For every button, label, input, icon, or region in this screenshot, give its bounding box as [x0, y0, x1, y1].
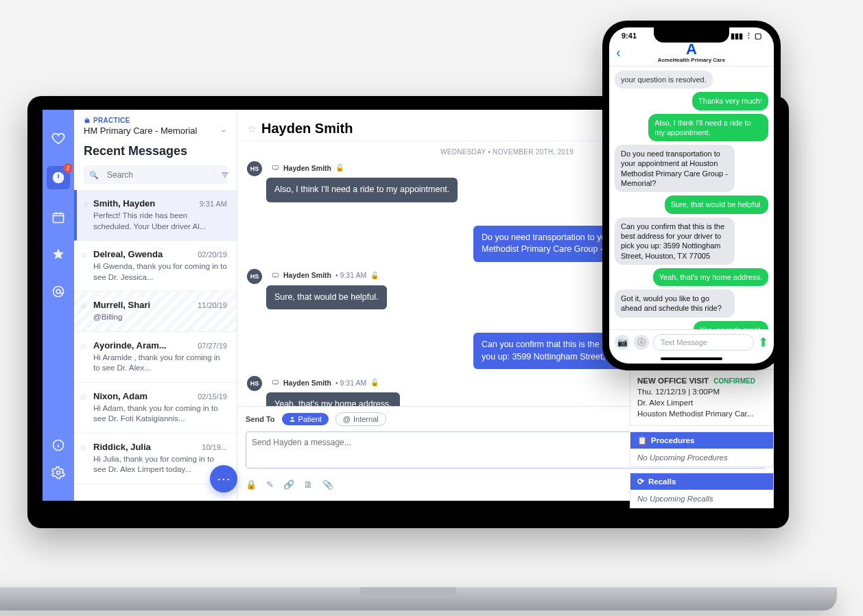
star-icon[interactable]: ☆	[80, 250, 87, 260]
message-meta: Hayden Smith 🔓	[272, 164, 344, 172]
phone-bubble: Sure, that would be helpful.	[665, 196, 768, 213]
appointment-card[interactable]: NEW OFFICE VISIT CONFIRMED Thu. 12/12/19…	[630, 369, 774, 425]
svg-rect-6	[272, 165, 278, 169]
message-meta: Hayden Smith • 9:31 AM 🔓	[272, 271, 379, 279]
phone-bubble: Got it, would you like to go ahead and s…	[615, 289, 735, 318]
message-list-item[interactable]: ☆Ayorinde, Aram...07/27/19Hi Aramide , t…	[74, 332, 237, 383]
message-list-item[interactable]: ☆Smith, Hayden9:31 AMPerfect! This ride …	[74, 190, 237, 241]
message-list-item[interactable]: ☆Delreal, Gwenda02/20/19Hi Gwenda, thank…	[74, 241, 237, 292]
search-input[interactable]	[103, 170, 214, 180]
doc-icon[interactable]: 🗎	[304, 479, 313, 490]
msg-name: Ayorinde, Aram...	[93, 340, 167, 351]
svg-point-12	[291, 417, 293, 419]
msg-time: 10/19...	[202, 443, 227, 451]
sender-avatar: HS	[247, 269, 262, 284]
messages-sidebar: PRACTICE HM Primary Care - Memorial Rece…	[74, 110, 237, 501]
star-icon[interactable]: ☆	[80, 443, 87, 453]
phone-compose: 📷 Ⓐ Text Message ⬆	[609, 329, 774, 355]
refresh-icon: ⟳	[637, 477, 644, 486]
phone-time: 9:41	[622, 32, 637, 40]
phone-status-icons: ▮▮▮ ⋮ ▢	[731, 32, 761, 40]
chat-bubble: Also, I think I'll need a ride to my app…	[266, 178, 458, 202]
attach-icon[interactable]: 📎	[322, 479, 333, 490]
appt-doctor: Dr. Alex Limpert	[637, 397, 766, 408]
unread-badge: 2	[63, 163, 73, 173]
clipboard-icon: 📋	[637, 436, 647, 445]
practice-label: PRACTICE	[84, 117, 227, 124]
practice-selector[interactable]: HM Primary Care - Memorial	[84, 126, 227, 136]
phone-bubble: your question is resolved.	[615, 71, 713, 88]
phone-notch	[654, 27, 729, 43]
nav-info-icon[interactable]	[49, 436, 67, 454]
msg-time: 02/15/19	[198, 392, 227, 401]
msg-preview: @Billing	[93, 312, 227, 323]
phone-device: 9:41 ▮▮▮ ⋮ ▢ ‹ A AcmeHealth Primary Care…	[602, 21, 781, 370]
laptop-base	[0, 587, 837, 611]
sender-avatar: HS	[247, 376, 262, 391]
message-meta: Hayden Smith • 9:31 AM 🔓	[272, 379, 379, 387]
recalls-empty: No Upcoming Recalls	[630, 490, 773, 508]
message-list-item[interactable]: ☆Murrell, Shari11/20/19@Billing	[74, 292, 237, 332]
home-indicator	[661, 357, 722, 360]
appt-datetime: Thu. 12/12/19 | 3:00PM	[637, 386, 766, 397]
appstore-icon[interactable]: Ⓐ	[634, 335, 649, 350]
phone-text-input[interactable]: Text Message	[653, 334, 754, 351]
svg-point-1	[54, 287, 64, 297]
camera-icon[interactable]: 📷	[615, 335, 630, 350]
link-icon[interactable]: 🔗	[283, 479, 294, 490]
star-icon[interactable]: ☆	[80, 342, 87, 351]
svg-rect-0	[54, 213, 64, 222]
chat-bubble: Yeah, that's my home address.	[266, 392, 400, 406]
conversation-title: Hayden Smith	[261, 121, 353, 137]
chat-bubble: Sure, that would be helpful.	[266, 285, 387, 310]
msg-preview: Hi Gwenda, thank you for coming in to se…	[93, 261, 227, 283]
phone-bubble: Yes, sounds great.	[694, 321, 768, 329]
nav-star-icon[interactable]	[49, 246, 67, 263]
msg-preview: Hi Adam, thank you for coming in to see …	[93, 403, 227, 425]
msg-time: 02/20/19	[198, 250, 227, 259]
nav-mentions-icon[interactable]	[49, 283, 67, 300]
laptop-notch	[360, 587, 456, 598]
msg-name: Smith, Hayden	[93, 198, 155, 209]
nav-inbox-icon[interactable]: 2	[47, 166, 70, 189]
phone-bubble: Do you need transportation to your appoi…	[615, 145, 735, 192]
procedures-empty: No Upcoming Procedures	[630, 449, 773, 466]
msg-name: Riddick, Julia	[93, 442, 151, 452]
msg-name: Nixon, Adam	[93, 391, 147, 401]
star-icon[interactable]: ☆	[80, 392, 87, 402]
lock-icon[interactable]: 🔒	[246, 479, 257, 490]
nav-calendar-icon[interactable]	[49, 209, 67, 226]
star-conversation-icon[interactable]: ☆	[247, 123, 256, 135]
svg-rect-10	[272, 380, 278, 384]
pill-internal[interactable]: @Internal	[335, 412, 386, 426]
phone-chat-header: ‹ A AcmeHealth Primary Care	[609, 42, 774, 67]
appt-location: Houston Methodist Primary Car...	[637, 408, 766, 419]
search-row: 🔍	[84, 165, 227, 185]
new-message-fab[interactable]: ⋯	[210, 465, 237, 493]
phone-send-icon[interactable]: ⬆	[758, 335, 768, 350]
message-list-item[interactable]: ☆Nixon, Adam02/15/19Hi Adam, thank you f…	[74, 383, 237, 434]
phone-thread[interactable]: your question is resolved.Thanks very mu…	[609, 67, 774, 329]
pencil-icon[interactable]: ✎	[266, 479, 274, 490]
phone-bubble: Yeah, that's my home address.	[653, 268, 768, 286]
phone-bubble: Thanks very much!	[692, 92, 768, 110]
chevron-down-icon	[220, 128, 227, 134]
nav-settings-icon[interactable]	[49, 464, 67, 482]
nav-rail: 2	[43, 110, 74, 501]
svg-rect-5	[85, 119, 90, 122]
star-icon[interactable]: ☆	[80, 301, 87, 311]
chat-avatar-letter: A	[609, 42, 774, 57]
svg-point-2	[56, 289, 60, 294]
chat-contact-name: AcmeHealth Primary Care	[609, 57, 774, 63]
star-icon[interactable]: ☆	[82, 200, 90, 209]
appt-title: NEW OFFICE VISIT	[637, 377, 709, 385]
back-icon[interactable]: ‹	[616, 45, 621, 60]
msg-preview: Hi Aramide , thank you for coming in to …	[93, 353, 227, 374]
filter-button[interactable]	[214, 170, 235, 180]
pill-patient[interactable]: Patient	[282, 413, 329, 425]
msg-preview: Perfect! This ride has been scheduled. Y…	[93, 211, 227, 232]
procedures-header: Procedures	[651, 436, 694, 445]
svg-point-4	[57, 471, 60, 475]
sender-avatar: HS	[247, 161, 262, 176]
svg-rect-8	[272, 273, 278, 277]
